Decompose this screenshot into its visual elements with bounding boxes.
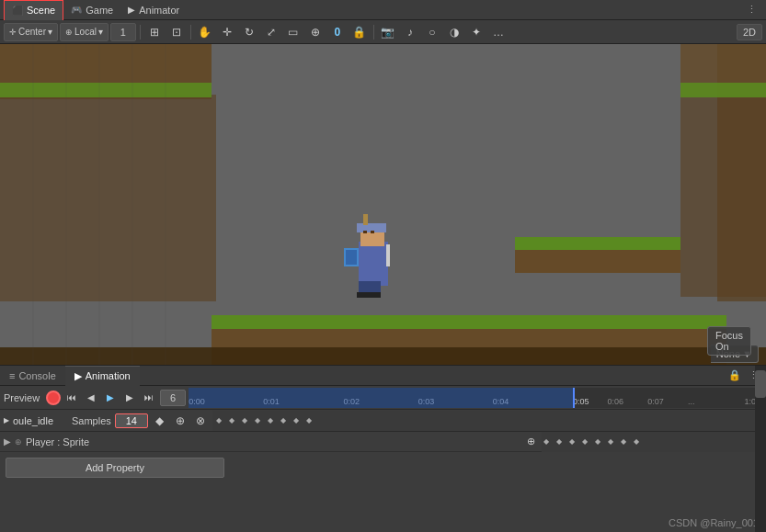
svg-rect-2 bbox=[0, 95, 216, 301]
scene-toolbar: ✛ Center ▾ ⊕ Local ▾ 1 ⊞ ⊡ ✋ ✛ ↻ ⤢ ▭ ⊕ 0… bbox=[0, 20, 766, 44]
samples-label: Samples bbox=[72, 415, 111, 426]
scene-tab-icon: ⬛ bbox=[12, 6, 23, 16]
tab-scene[interactable]: ⬛ Scene bbox=[4, 0, 63, 20]
svg-rect-22 bbox=[363, 214, 368, 225]
svg-rect-31 bbox=[371, 231, 374, 233]
scene-svg bbox=[0, 44, 766, 370]
rect-tool-btn[interactable]: ▭ bbox=[283, 23, 303, 41]
property-row: ▶ ⊕ Player : Sprite ⊕ ◆ ◆ ◆ ◆ ◆ ◆ ◆ ◆ bbox=[0, 432, 766, 452]
prop-game-icon: ⊕ bbox=[15, 437, 22, 447]
svg-rect-12 bbox=[515, 250, 680, 273]
clip-name-label: oule_idle bbox=[13, 415, 68, 426]
record-btn[interactable] bbox=[46, 391, 61, 405]
skip-fwd-btn[interactable]: ⏭ bbox=[141, 390, 157, 406]
tab-game-label: Game bbox=[86, 5, 113, 16]
local-label: Local bbox=[74, 27, 97, 37]
sep1 bbox=[140, 25, 141, 40]
tab-more-btn[interactable]: ⋮ bbox=[741, 2, 762, 17]
sun-icon-btn[interactable]: ◑ bbox=[444, 23, 464, 41]
center-icon: ✛ bbox=[9, 28, 17, 37]
bottom-panel: ≡ Console ▶ Animation 🔒 ⋮ Preview ⏮ ◀ ▶ … bbox=[0, 365, 766, 532]
move-tool-btn[interactable]: ✛ bbox=[217, 23, 237, 41]
svg-rect-11 bbox=[515, 237, 680, 252]
tab-scene-label: Scene bbox=[27, 5, 55, 16]
svg-rect-28 bbox=[346, 250, 357, 265]
local-dropdown[interactable]: ⊕ Local ▾ bbox=[60, 23, 109, 41]
sep3 bbox=[373, 25, 374, 40]
svg-rect-8 bbox=[680, 83, 766, 97]
skip-back-btn[interactable]: ⏮ bbox=[63, 390, 80, 406]
prop-add-key-btn[interactable]: ⊕ bbox=[523, 435, 538, 449]
clip-keyframe-row: ◆ ◆ ◆ ◆ ◆ ◆ ◆ ◆ bbox=[212, 411, 762, 431]
clip-diamond-btn[interactable]: ◆ bbox=[152, 413, 168, 429]
tab-animation-label: Animation bbox=[86, 370, 131, 381]
top-tab-bar: ⬛ Scene 🎮 Game ▶ Animator ⋮ bbox=[0, 0, 766, 20]
svg-rect-29 bbox=[386, 244, 390, 266]
focus-controls: Focus On None ▼ bbox=[711, 345, 759, 363]
fx-icon-btn[interactable]: … bbox=[488, 23, 509, 41]
samples-input[interactable]: 14 bbox=[115, 413, 148, 428]
lock-icon-btn[interactable]: 🔒 bbox=[349, 23, 370, 41]
tab-animation[interactable]: ▶ Animation bbox=[65, 366, 140, 386]
timeline-ruler: 0:00 0:01 0:02 0:03 0:04 0:05 0:06 0:07 … bbox=[189, 388, 762, 408]
camera-icon-btn[interactable]: 📷 bbox=[378, 23, 398, 41]
frame-number-input[interactable]: 6 bbox=[160, 390, 186, 406]
clip-name-row: ▶ oule_idle Samples 14 ◆ ⊕ ⊗ ◆ ◆ ◆ ◆ ◆ ◆… bbox=[0, 410, 766, 432]
prop-row-label: Player : Sprite bbox=[26, 436, 89, 447]
prev-frame-btn[interactable]: ◀ bbox=[83, 390, 99, 406]
game-tab-icon: 🎮 bbox=[71, 5, 82, 15]
animation-icon: ▶ bbox=[74, 370, 82, 382]
local-chevron: ▾ bbox=[98, 27, 103, 37]
clip-triangle: ▶ bbox=[4, 416, 9, 424]
tab-animator-label: Animator bbox=[139, 5, 179, 16]
rotate-tool-btn[interactable]: ↻ bbox=[239, 23, 259, 41]
scene-viewport: Focus On None ▼ bbox=[0, 44, 766, 370]
anim-toolbar: Preview ⏮ ◀ ▶ ▶ ⏭ 6 0:00 0:01 0:02 0:03 … bbox=[0, 386, 766, 410]
custom-tool-btn[interactable]: ⊕ bbox=[305, 23, 326, 41]
play-btn[interactable]: ▶ bbox=[102, 390, 119, 406]
svg-rect-30 bbox=[363, 231, 367, 233]
snap-icon-btn[interactable]: ⊡ bbox=[166, 23, 187, 41]
center-dropdown[interactable]: ✛ Center ▾ bbox=[4, 23, 58, 41]
tab-console-label: Console bbox=[18, 370, 55, 381]
timeline-scrollbar[interactable] bbox=[755, 366, 766, 532]
audio-icon-btn[interactable]: ♪ bbox=[400, 23, 420, 41]
watermark: CSDN @Rainy_001 bbox=[669, 517, 759, 528]
circle-icon-btn[interactable]: ○ bbox=[422, 23, 442, 41]
tab-console[interactable]: ≡ Console bbox=[0, 366, 65, 386]
2d-toggle-btn[interactable]: 2D bbox=[737, 24, 762, 40]
preview-label: Preview bbox=[4, 392, 40, 403]
clip-add-key-btn[interactable]: ⊕ bbox=[172, 413, 189, 429]
prop-keyframes: ◆ ◆ ◆ ◆ ◆ ◆ ◆ ◆ bbox=[542, 432, 762, 452]
clip-del-key-btn[interactable]: ⊗ bbox=[192, 413, 209, 429]
bottom-tab-bar: ≡ Console ▶ Animation 🔒 ⋮ bbox=[0, 366, 766, 386]
hand-tool-btn[interactable]: ✋ bbox=[195, 23, 215, 41]
animator-tab-icon: ▶ bbox=[128, 5, 135, 15]
svg-rect-4 bbox=[680, 95, 766, 297]
prop-arrow-icon: ▶ bbox=[4, 436, 11, 447]
zero-btn[interactable]: 0 bbox=[327, 23, 348, 41]
scrollbar-thumb[interactable] bbox=[755, 370, 766, 398]
focus-on-label: Focus On bbox=[715, 330, 743, 352]
tab-animator[interactable]: ▶ Animator bbox=[120, 0, 187, 20]
lock-icon-bottom[interactable]: 🔒 bbox=[728, 369, 741, 381]
svg-rect-19 bbox=[359, 242, 388, 286]
center-chevron: ▾ bbox=[48, 27, 52, 37]
svg-rect-25 bbox=[357, 292, 370, 298]
center-label: Center bbox=[18, 27, 46, 37]
add-property-btn[interactable]: Add Property bbox=[6, 458, 224, 478]
next-frame-btn[interactable]: ▶ bbox=[121, 390, 138, 406]
scale-tool-btn[interactable]: ⤢ bbox=[261, 23, 281, 41]
tab-game[interactable]: 🎮 Game bbox=[63, 0, 120, 20]
star-icon-btn[interactable]: ✦ bbox=[466, 23, 486, 41]
svg-rect-6 bbox=[0, 83, 212, 97]
layer-input[interactable]: 1 bbox=[110, 23, 136, 41]
svg-rect-26 bbox=[368, 292, 381, 298]
console-icon: ≡ bbox=[9, 370, 15, 381]
grid-icon-btn[interactable]: ⊞ bbox=[144, 23, 165, 41]
sep2 bbox=[190, 25, 191, 40]
local-icon: ⊕ bbox=[65, 28, 73, 37]
focus-on-btn[interactable]: Focus On bbox=[707, 326, 751, 356]
